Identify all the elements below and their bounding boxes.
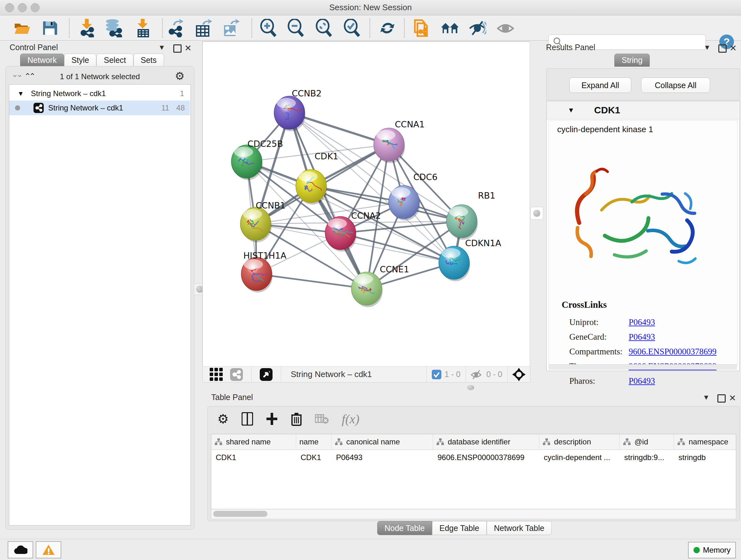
create-column-icon[interactable]	[266, 412, 278, 426]
import-network-database-icon[interactable]	[105, 19, 123, 37]
column-header[interactable]: canonical name	[332, 434, 433, 449]
save-session-icon[interactable]	[41, 19, 59, 37]
string-homes-icon[interactable]	[441, 19, 458, 37]
network-node-ccna1[interactable]: CCNA1	[374, 119, 425, 163]
tab-network-table[interactable]: Network Table	[487, 521, 552, 535]
tab-network[interactable]: Network	[20, 54, 64, 67]
selected-nodes-checkbox-icon[interactable]	[432, 370, 441, 379]
panel-float-icon[interactable]	[718, 44, 727, 53]
cloud-icon	[13, 545, 27, 555]
tree-expander-icon[interactable]: ▼	[17, 90, 24, 98]
network-node-ccnb1[interactable]: CCNB1	[240, 200, 286, 242]
hide-selected-icon[interactable]	[468, 19, 486, 37]
node-label: CDK1	[315, 151, 339, 161]
memory-button[interactable]: Memory	[688, 542, 736, 558]
import-table-file-icon[interactable]	[134, 19, 152, 37]
import-network-file-icon[interactable]	[78, 19, 96, 37]
crosslink-value-link[interactable]: P06493	[629, 376, 655, 386]
panel-float-icon[interactable]	[718, 394, 726, 402]
export-network-icon[interactable]	[167, 19, 185, 37]
show-columns-icon[interactable]	[242, 412, 253, 426]
table-cell[interactable]: 9606.ENSP00000378699	[433, 450, 539, 465]
tab-select[interactable]: Select	[96, 54, 133, 67]
network-edge[interactable]	[340, 221, 462, 233]
hidden-elements-icon[interactable]	[470, 369, 483, 380]
column-header[interactable]: name	[296, 434, 332, 449]
panel-menu-icon[interactable]: ▼	[158, 44, 165, 52]
network-node-hist1h1a[interactable]: HIST1H1A	[241, 251, 286, 293]
expand-all-button[interactable]: Expand All	[569, 78, 631, 93]
table-cell[interactable]: cyclin-dependent ...	[539, 450, 620, 465]
panel-close-icon[interactable]: ✕	[729, 393, 736, 403]
show-all-icon[interactable]	[496, 19, 515, 37]
panel-menu-icon[interactable]: ▼	[704, 44, 711, 52]
column-header[interactable]: @id	[620, 434, 674, 449]
network-options-gear-icon[interactable]: ⚙	[175, 70, 185, 82]
network-edge[interactable]	[257, 274, 367, 289]
export-table-icon[interactable]	[195, 19, 212, 37]
delete-columns-icon[interactable]	[291, 412, 302, 426]
network-collection-row[interactable]: ▼ String Network – cdk1 1	[9, 86, 190, 101]
network-node-ccnb2[interactable]: CCNB2	[274, 88, 322, 131]
tab-edge-table[interactable]: Edge Table	[432, 521, 487, 535]
tab-node-table[interactable]: Node Table	[377, 521, 432, 535]
birds-eye-view-icon[interactable]	[210, 368, 223, 381]
refresh-layout-icon[interactable]	[379, 19, 396, 37]
table-scrollbar-thumb[interactable]	[213, 511, 267, 517]
right-splitter-handle[interactable]	[530, 207, 543, 220]
zoom-in-icon[interactable]	[259, 19, 277, 37]
table-panel: Table Panel ▼ ✕ ⚙ f(x) shared namenameca…	[202, 391, 741, 539]
network-node-cdkn1a[interactable]: CDKN1A	[439, 238, 501, 281]
table-row[interactable]: CDK1CDK1P064939606.ENSP00000378699cyclin…	[211, 450, 736, 465]
network-node-rb1[interactable]: RB1	[447, 191, 495, 240]
network-node-ccne1[interactable]: CCNE1	[351, 264, 409, 307]
panel-float-icon[interactable]	[173, 44, 182, 53]
gene-card-header[interactable]: ▼ CDK1	[547, 101, 739, 119]
zoom-fit-icon[interactable]	[315, 19, 333, 37]
column-header[interactable]: description	[539, 434, 620, 449]
column-header[interactable]: database identifier	[433, 434, 539, 449]
column-header[interactable]: namespace	[674, 434, 736, 449]
crosslink-value-link[interactable]: P06493	[629, 317, 655, 327]
toolbar-separator	[466, 367, 466, 382]
table-scrollbar-track[interactable]	[211, 509, 736, 519]
string-settings-icon[interactable]	[230, 368, 243, 381]
string-network-graph[interactable]: CCNB2CCNA1CDC25BCDK1CDC6RB1CCNB1CCNA2CDK…	[203, 42, 530, 367]
column-type-icon	[436, 438, 445, 446]
results-scrollbar-track[interactable]	[549, 364, 737, 370]
column-type-icon	[677, 438, 685, 446]
gene-card-expander-icon[interactable]: ▼	[568, 106, 575, 114]
table-header-row[interactable]: shared namenamecanonical namedatabase id…	[211, 434, 736, 450]
crosslink-value-link[interactable]: P06493	[629, 332, 655, 342]
crosslink-value-link[interactable]: 9606.ENSP00000378699	[629, 347, 717, 357]
table-cell[interactable]: stringdb	[674, 450, 736, 465]
zoom-selected-icon[interactable]	[343, 19, 360, 37]
export-image-icon[interactable]	[222, 19, 240, 37]
open-in-browser-icon[interactable]	[260, 368, 273, 381]
column-header[interactable]: shared name	[211, 434, 296, 449]
network-row-selected[interactable]: String Network – cdk1 11 48	[9, 101, 190, 115]
network-edge[interactable]	[340, 233, 454, 263]
zoom-out-icon[interactable]	[286, 19, 305, 37]
network-edge[interactable]	[289, 113, 462, 221]
table-cell[interactable]: P06493	[332, 450, 433, 465]
table-cell[interactable]: stringdb:9...	[620, 450, 674, 465]
panel-menu-icon[interactable]: ▼	[703, 393, 710, 401]
panel-close-icon[interactable]: ✕	[730, 43, 737, 53]
center-view-icon[interactable]	[512, 368, 526, 381]
clone-network-icon[interactable]	[412, 19, 430, 37]
warnings-button[interactable]	[36, 541, 61, 558]
tab-string[interactable]: String	[614, 54, 650, 67]
network-node-count: 11	[161, 104, 169, 112]
table-settings-gear-icon[interactable]: ⚙	[217, 412, 229, 426]
collapse-all-button[interactable]: Collapse All	[641, 78, 710, 93]
cloud-status-button[interactable]	[8, 541, 33, 558]
table-cell[interactable]: CDK1	[296, 450, 332, 465]
table-cell[interactable]: CDK1	[211, 450, 296, 465]
open-session-icon[interactable]	[13, 19, 31, 37]
tab-style[interactable]: Style	[64, 54, 97, 67]
network-canvas[interactable]: CCNB2CCNA1CDC25BCDK1CDC6RB1CCNB1CCNA2CDK…	[202, 42, 530, 367]
tab-sets[interactable]: Sets	[133, 54, 164, 67]
bottom-splitter-handle[interactable]	[467, 385, 474, 390]
panel-close-icon[interactable]: ✕	[185, 43, 192, 53]
